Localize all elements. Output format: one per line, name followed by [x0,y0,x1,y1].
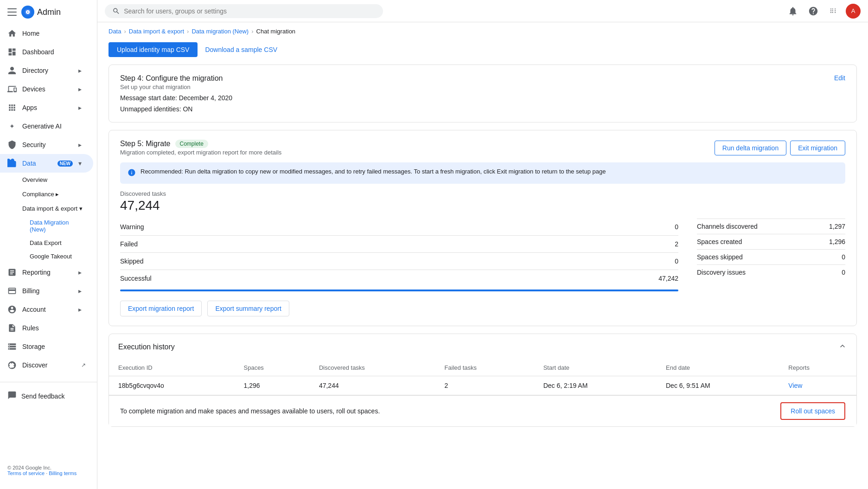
sidebar-footer: © 2024 Google Inc. Terms of service · Bi… [0,461,97,480]
right-stats: Channels discovered 1,297 Spaces created… [697,219,845,280]
breadcrumb-migration-new[interactable]: Data migration (New) [191,28,249,35]
storage-icon [7,342,17,351]
notifications-icon[interactable] [785,3,801,19]
sidebar-subsub-google-takeout[interactable]: Google Takeout [0,250,93,263]
security-label: Security [22,141,73,148]
google-logo [21,6,34,19]
step4-unmapped: Unmapped identities: ON [120,105,845,113]
upload-row: Upload identity map CSV Download a sampl… [108,42,857,57]
apps-grid-icon[interactable] [825,3,842,19]
sidebar-item-apps[interactable]: Apps ▸ [0,98,93,117]
sidebar-sub-compliance[interactable]: Compliance ▸ [0,187,93,201]
directory-expand-icon: ▸ [78,67,86,74]
sidebar-sub-data-import-export[interactable]: Data import & export ▾ [0,201,93,216]
rollout-text: To complete migration and make spaces an… [120,407,380,415]
ai-icon: ✦ [7,122,17,131]
step4-title: Step 4: Configure the migration [120,74,223,83]
reporting-expand-icon: ▸ [78,269,86,276]
discovered-tasks-value: 47,244 [120,198,845,213]
roll-out-spaces-button[interactable]: Roll out spaces [780,402,845,420]
col-start-date: Start date [534,360,657,376]
sidebar-item-account[interactable]: Account ▸ [0,300,93,319]
sidebar-item-home[interactable]: Home [0,24,93,43]
export-migration-report-button[interactable]: Export migration report [120,301,202,316]
sidebar-subsub-data-migration[interactable]: Data Migration (New) [0,216,93,236]
successful-progress-bar [120,290,678,291]
exec-table-header-row: Execution ID Spaces Discovered tasks Fai… [109,360,856,376]
sidebar-item-billing[interactable]: Billing ▸ [0,282,93,300]
help-icon[interactable] [805,3,822,19]
stat-warning-row: Warning 0 [120,219,678,236]
exec-history-chevron [838,341,847,352]
sidebar-item-data[interactable]: Data NEW ▾ [0,154,93,173]
main-area: A Data › Data import & export › Data mig… [97,0,868,489]
spaces-skipped-value: 0 [842,253,845,261]
dashboard-icon [7,47,17,57]
rules-label: Rules [22,324,86,332]
sidebar-item-directory[interactable]: Directory ▸ [0,61,93,80]
reporting-label: Reporting [22,269,73,276]
step5-subtitle: Migration completed, export migration re… [120,149,281,156]
stat-skipped-row: Skipped 0 [120,253,678,270]
account-label: Account [22,306,73,313]
sidebar-item-generative-ai[interactable]: ✦ Generative AI [0,117,93,135]
sidebar-item-dashboard[interactable]: Dashboard [0,43,93,61]
export-buttons: Export migration report Export summary r… [120,301,845,316]
billing-label: Billing [22,287,73,295]
sidebar: Admin Home Dashboard Directory ▸ Devices… [0,0,97,489]
generative-ai-label: Generative AI [22,122,86,130]
row-report-link[interactable]: View [779,376,856,395]
page-body: Upload identity map CSV Download a sampl… [97,35,868,442]
row-start-date: Dec 6, 2:19 AM [534,376,657,395]
hamburger-icon[interactable] [7,7,17,17]
sidebar-item-rules[interactable]: Rules [0,319,93,337]
account-expand-icon: ▸ [78,306,86,313]
content-area: Data › Data import & export › Data migra… [97,22,868,489]
logo-wrapper: Admin [21,6,61,19]
devices-expand-icon: ▸ [78,85,86,93]
search-bar[interactable] [105,4,383,18]
breadcrumb-import-export[interactable]: Data import & export [129,28,184,35]
sidebar-item-storage[interactable]: Storage [0,337,93,356]
sidebar-item-reporting[interactable]: Reporting ▸ [0,263,93,282]
search-input[interactable] [124,7,376,15]
exit-migration-button[interactable]: Exit migration [790,141,845,155]
row-failed-tasks: 2 [435,376,534,395]
sidebar-subsub-data-export[interactable]: Data Export [0,236,93,250]
breadcrumb-data[interactable]: Data [108,28,121,35]
discovery-issues-value: 0 [842,269,845,276]
download-sample-link[interactable]: Download a sample CSV [205,46,277,53]
terms-of-service-link[interactable]: Terms of service [7,470,45,476]
view-report-link[interactable]: View [788,382,802,389]
export-summary-report-button[interactable]: Export summary report [207,301,289,316]
user-avatar[interactable]: A [846,4,861,19]
upload-csv-button[interactable]: Upload identity map CSV [108,42,198,57]
col-execution-id: Execution ID [109,360,235,376]
info-text: Recommended: Run delta migration to copy… [140,168,606,178]
step5-title: Step 5: Migrate Complete [120,140,281,148]
run-delta-migration-button[interactable]: Run delta migration [715,141,786,155]
storage-label: Storage [22,343,86,350]
topbar-actions: A [785,3,861,19]
step5-header: Step 5: Migrate Complete Migration compl… [120,140,845,156]
channels-discovered-value: 1,297 [829,223,845,230]
step4-message-date: Message start date: December 4, 2020 [120,94,845,102]
row-spaces: 1,296 [235,376,310,395]
step4-edit-link[interactable]: Edit [834,74,845,82]
send-feedback-label: Send feedback [21,392,64,400]
discovery-issues-row: Discovery issues 0 [697,265,845,280]
row-execution-id: 18b5g6cvqov4o [109,376,235,395]
sidebar-item-discover[interactable]: Discover ↗ [0,356,93,374]
sidebar-sub-overview[interactable]: Overview [0,173,93,187]
exec-history-title: Execution history [118,343,175,351]
exec-history-header[interactable]: Execution history [109,334,856,360]
skipped-label: Skipped [120,257,655,265]
sidebar-item-devices[interactable]: Devices ▸ [0,80,93,98]
step4-header: Step 4: Configure the migration Set up y… [120,74,845,90]
billing-terms-link[interactable]: Billing terms [49,470,77,476]
exec-history-table: Execution ID Spaces Discovered tasks Fai… [109,360,856,395]
sidebar-item-security[interactable]: Security ▸ [0,135,93,154]
reporting-icon [7,268,17,277]
warning-value: 0 [655,223,678,231]
send-feedback-button[interactable]: Send feedback [0,386,97,406]
